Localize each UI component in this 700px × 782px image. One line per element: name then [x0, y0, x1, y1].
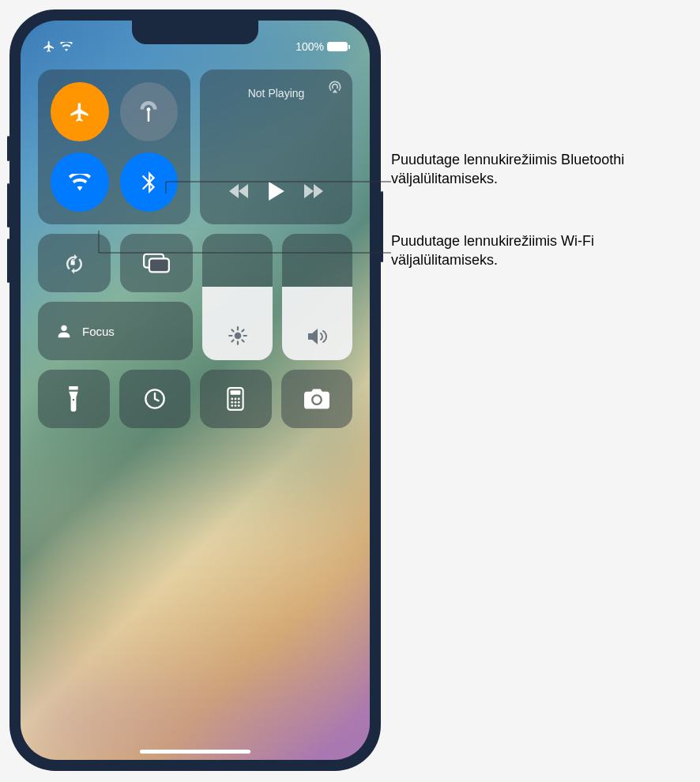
wifi-icon	[69, 174, 91, 191]
svg-point-16	[235, 398, 237, 400]
battery-percent: 100%	[295, 40, 324, 53]
svg-line-9	[242, 340, 243, 341]
connectivity-group[interactable]	[38, 70, 190, 224]
cellular-antenna-icon	[137, 101, 160, 123]
svg-point-17	[238, 398, 240, 400]
svg-rect-14	[231, 390, 241, 394]
airplane-icon	[43, 40, 55, 53]
svg-point-21	[231, 404, 234, 407]
notch	[132, 21, 258, 44]
airplay-icon	[327, 79, 343, 95]
bluetooth-button[interactable]	[120, 152, 179, 212]
volume-up-button	[7, 183, 9, 227]
calculator-icon	[227, 387, 244, 411]
brightness-slider[interactable]	[202, 234, 273, 360]
sun-icon	[228, 325, 248, 346]
home-indicator[interactable]	[140, 750, 250, 754]
flashlight-icon	[67, 386, 80, 412]
callout-wifi: Puudutage lennukirežiimis Wi-Fi väljalül…	[391, 231, 691, 270]
brightness-fill	[202, 287, 273, 360]
svg-line-8	[231, 329, 233, 331]
screen: 100%	[21, 21, 370, 760]
svg-rect-1	[149, 258, 169, 272]
wifi-icon	[60, 42, 73, 51]
battery-icon	[327, 42, 348, 51]
speaker-icon	[307, 327, 329, 346]
timer-button[interactable]	[119, 370, 191, 428]
callouts: Puudutage lennukirežiimis Bluetoothi väl…	[391, 150, 691, 312]
svg-point-2	[61, 325, 66, 331]
airplane-icon	[69, 101, 91, 123]
airplane-mode-button[interactable]	[51, 82, 109, 141]
camera-button[interactable]	[281, 370, 353, 428]
svg-point-23	[238, 404, 240, 407]
svg-point-22	[235, 404, 237, 407]
callout-bluetooth: Puudutage lennukirežiimis Bluetoothi väl…	[391, 150, 691, 189]
bluetooth-icon	[141, 171, 156, 194]
media-controls[interactable]: Not Playing	[200, 70, 352, 224]
cellular-data-button[interactable]	[120, 82, 179, 141]
flashlight-button[interactable]	[38, 370, 110, 428]
svg-line-11	[242, 329, 243, 331]
screen-mirroring-button[interactable]	[120, 234, 193, 292]
power-button	[381, 191, 383, 262]
rotation-lock-button[interactable]	[38, 234, 111, 292]
play-icon[interactable]	[269, 182, 284, 201]
svg-point-18	[231, 401, 234, 404]
screen-mirroring-icon	[143, 253, 170, 273]
svg-point-15	[231, 398, 234, 400]
now-playing-label: Not Playing	[248, 87, 305, 100]
mute-switch	[7, 136, 9, 161]
svg-point-3	[234, 333, 241, 340]
svg-point-20	[238, 401, 240, 404]
volume-fill	[282, 287, 352, 360]
volume-down-button	[7, 239, 9, 283]
wifi-button[interactable]	[51, 152, 109, 212]
svg-point-19	[235, 401, 237, 404]
focus-person-icon	[55, 322, 73, 340]
volume-slider[interactable]	[282, 234, 352, 360]
iphone-frame: 100%	[9, 9, 381, 771]
focus-button[interactable]: Focus	[38, 302, 193, 360]
svg-line-10	[231, 340, 233, 341]
rotation-lock-icon	[62, 251, 86, 275]
airplay-button[interactable]	[327, 79, 343, 95]
prev-track-icon[interactable]	[229, 184, 248, 198]
focus-label: Focus	[82, 325, 115, 338]
calculator-button[interactable]	[200, 370, 272, 428]
next-track-icon[interactable]	[304, 184, 323, 198]
camera-icon	[304, 389, 329, 409]
timer-icon	[144, 388, 166, 410]
